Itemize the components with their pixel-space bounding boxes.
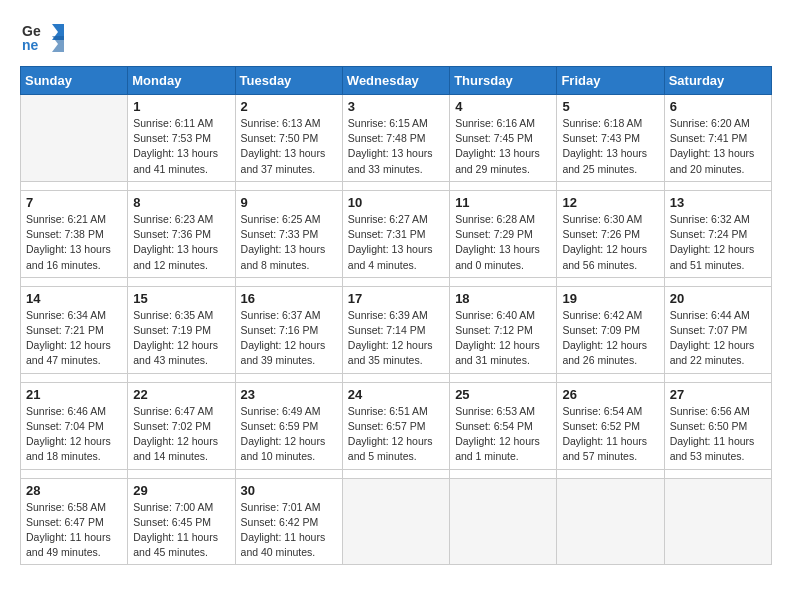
calendar-cell: 22Sunrise: 6:47 AMSunset: 7:02 PMDayligh… — [128, 382, 235, 469]
col-header-tuesday: Tuesday — [235, 67, 342, 95]
day-info: Sunrise: 6:18 AMSunset: 7:43 PMDaylight:… — [562, 116, 658, 177]
calendar-cell: 4Sunrise: 6:16 AMSunset: 7:45 PMDaylight… — [450, 95, 557, 182]
day-info: Sunrise: 6:20 AMSunset: 7:41 PMDaylight:… — [670, 116, 766, 177]
col-header-friday: Friday — [557, 67, 664, 95]
calendar-cell: 26Sunrise: 6:54 AMSunset: 6:52 PMDayligh… — [557, 382, 664, 469]
calendar-cell — [21, 95, 128, 182]
day-info: Sunrise: 6:25 AMSunset: 7:33 PMDaylight:… — [241, 212, 337, 273]
day-info: Sunrise: 6:40 AMSunset: 7:12 PMDaylight:… — [455, 308, 551, 369]
separator-cell — [342, 277, 449, 286]
day-number: 26 — [562, 387, 658, 402]
day-info: Sunrise: 6:34 AMSunset: 7:21 PMDaylight:… — [26, 308, 122, 369]
calendar-cell: 6Sunrise: 6:20 AMSunset: 7:41 PMDaylight… — [664, 95, 771, 182]
separator-cell — [235, 181, 342, 190]
calendar-cell: 14Sunrise: 6:34 AMSunset: 7:21 PMDayligh… — [21, 286, 128, 373]
week-separator — [21, 181, 772, 190]
day-info: Sunrise: 7:01 AMSunset: 6:42 PMDaylight:… — [241, 500, 337, 561]
calendar-cell: 11Sunrise: 6:28 AMSunset: 7:29 PMDayligh… — [450, 190, 557, 277]
day-info: Sunrise: 6:44 AMSunset: 7:07 PMDaylight:… — [670, 308, 766, 369]
separator-cell — [21, 469, 128, 478]
calendar-table: SundayMondayTuesdayWednesdayThursdayFrid… — [20, 66, 772, 565]
day-info: Sunrise: 6:56 AMSunset: 6:50 PMDaylight:… — [670, 404, 766, 465]
separator-cell — [557, 469, 664, 478]
separator-cell — [21, 181, 128, 190]
day-info: Sunrise: 6:16 AMSunset: 7:45 PMDaylight:… — [455, 116, 551, 177]
calendar-cell: 15Sunrise: 6:35 AMSunset: 7:19 PMDayligh… — [128, 286, 235, 373]
calendar-cell: 5Sunrise: 6:18 AMSunset: 7:43 PMDaylight… — [557, 95, 664, 182]
calendar-cell: 21Sunrise: 6:46 AMSunset: 7:04 PMDayligh… — [21, 382, 128, 469]
col-header-monday: Monday — [128, 67, 235, 95]
separator-cell — [128, 469, 235, 478]
separator-cell — [128, 277, 235, 286]
calendar-cell: 24Sunrise: 6:51 AMSunset: 6:57 PMDayligh… — [342, 382, 449, 469]
col-header-saturday: Saturday — [664, 67, 771, 95]
day-number: 27 — [670, 387, 766, 402]
calendar-week-row: 28Sunrise: 6:58 AMSunset: 6:47 PMDayligh… — [21, 478, 772, 565]
day-number: 4 — [455, 99, 551, 114]
calendar-cell: 7Sunrise: 6:21 AMSunset: 7:38 PMDaylight… — [21, 190, 128, 277]
separator-cell — [664, 181, 771, 190]
logo: Ge ne — [20, 20, 68, 56]
day-info: Sunrise: 6:46 AMSunset: 7:04 PMDaylight:… — [26, 404, 122, 465]
day-info: Sunrise: 6:49 AMSunset: 6:59 PMDaylight:… — [241, 404, 337, 465]
calendar-cell: 29Sunrise: 7:00 AMSunset: 6:45 PMDayligh… — [128, 478, 235, 565]
day-number: 28 — [26, 483, 122, 498]
day-info: Sunrise: 6:54 AMSunset: 6:52 PMDaylight:… — [562, 404, 658, 465]
day-info: Sunrise: 6:37 AMSunset: 7:16 PMDaylight:… — [241, 308, 337, 369]
day-number: 16 — [241, 291, 337, 306]
calendar-cell: 20Sunrise: 6:44 AMSunset: 7:07 PMDayligh… — [664, 286, 771, 373]
calendar-cell: 23Sunrise: 6:49 AMSunset: 6:59 PMDayligh… — [235, 382, 342, 469]
day-info: Sunrise: 6:53 AMSunset: 6:54 PMDaylight:… — [455, 404, 551, 465]
day-number: 21 — [26, 387, 122, 402]
calendar-cell: 17Sunrise: 6:39 AMSunset: 7:14 PMDayligh… — [342, 286, 449, 373]
day-info: Sunrise: 6:13 AMSunset: 7:50 PMDaylight:… — [241, 116, 337, 177]
calendar-cell — [342, 478, 449, 565]
week-separator — [21, 373, 772, 382]
day-number: 11 — [455, 195, 551, 210]
calendar-cell: 10Sunrise: 6:27 AMSunset: 7:31 PMDayligh… — [342, 190, 449, 277]
day-number: 23 — [241, 387, 337, 402]
separator-cell — [664, 469, 771, 478]
calendar-cell — [450, 478, 557, 565]
calendar-cell: 3Sunrise: 6:15 AMSunset: 7:48 PMDaylight… — [342, 95, 449, 182]
calendar-cell: 13Sunrise: 6:32 AMSunset: 7:24 PMDayligh… — [664, 190, 771, 277]
separator-cell — [342, 181, 449, 190]
day-number: 9 — [241, 195, 337, 210]
day-number: 29 — [133, 483, 229, 498]
day-number: 6 — [670, 99, 766, 114]
separator-cell — [235, 277, 342, 286]
logo-icon: Ge ne — [20, 20, 64, 56]
day-number: 17 — [348, 291, 444, 306]
calendar-cell: 19Sunrise: 6:42 AMSunset: 7:09 PMDayligh… — [557, 286, 664, 373]
day-info: Sunrise: 6:23 AMSunset: 7:36 PMDaylight:… — [133, 212, 229, 273]
calendar-cell: 16Sunrise: 6:37 AMSunset: 7:16 PMDayligh… — [235, 286, 342, 373]
day-number: 1 — [133, 99, 229, 114]
separator-cell — [235, 469, 342, 478]
day-info: Sunrise: 6:28 AMSunset: 7:29 PMDaylight:… — [455, 212, 551, 273]
calendar-week-row: 7Sunrise: 6:21 AMSunset: 7:38 PMDaylight… — [21, 190, 772, 277]
day-number: 10 — [348, 195, 444, 210]
week-separator — [21, 469, 772, 478]
separator-cell — [342, 469, 449, 478]
separator-cell — [557, 373, 664, 382]
calendar-cell: 12Sunrise: 6:30 AMSunset: 7:26 PMDayligh… — [557, 190, 664, 277]
separator-cell — [450, 277, 557, 286]
day-info: Sunrise: 6:32 AMSunset: 7:24 PMDaylight:… — [670, 212, 766, 273]
day-info: Sunrise: 6:42 AMSunset: 7:09 PMDaylight:… — [562, 308, 658, 369]
separator-cell — [128, 181, 235, 190]
day-info: Sunrise: 6:39 AMSunset: 7:14 PMDaylight:… — [348, 308, 444, 369]
calendar-cell: 9Sunrise: 6:25 AMSunset: 7:33 PMDaylight… — [235, 190, 342, 277]
col-header-thursday: Thursday — [450, 67, 557, 95]
day-number: 15 — [133, 291, 229, 306]
calendar-week-row: 21Sunrise: 6:46 AMSunset: 7:04 PMDayligh… — [21, 382, 772, 469]
separator-cell — [664, 373, 771, 382]
svg-text:ne: ne — [22, 37, 39, 53]
calendar-cell: 8Sunrise: 6:23 AMSunset: 7:36 PMDaylight… — [128, 190, 235, 277]
day-number: 19 — [562, 291, 658, 306]
separator-cell — [450, 373, 557, 382]
day-number: 5 — [562, 99, 658, 114]
day-number: 18 — [455, 291, 551, 306]
day-info: Sunrise: 6:47 AMSunset: 7:02 PMDaylight:… — [133, 404, 229, 465]
week-separator — [21, 277, 772, 286]
day-number: 20 — [670, 291, 766, 306]
